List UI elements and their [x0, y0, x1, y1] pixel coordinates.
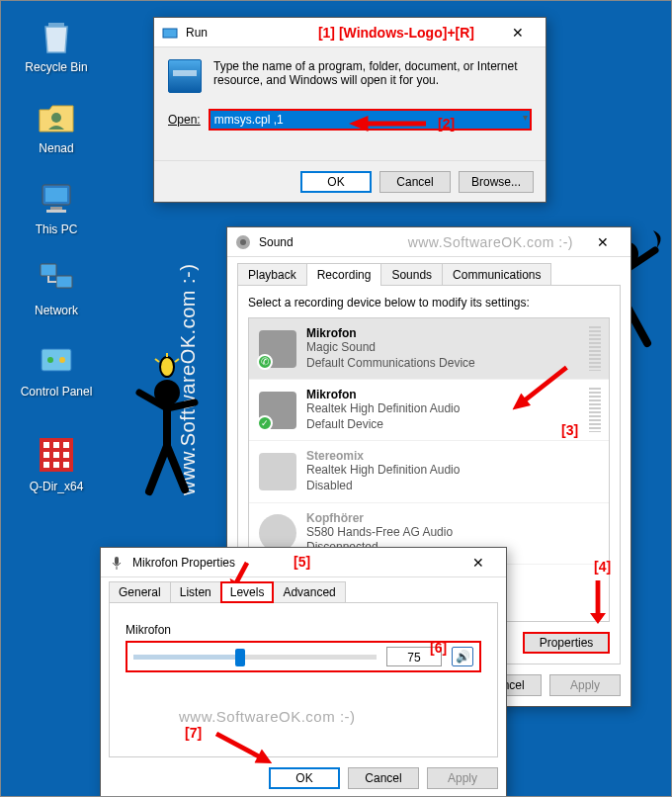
watermark-inline: www.SoftwareOK.com :-): [179, 708, 535, 725]
svg-rect-29: [163, 29, 177, 38]
qdir-icon: [36, 434, 77, 476]
props-tabs: General Listen Levels Advanced: [109, 581, 498, 603]
svg-rect-12: [43, 442, 49, 448]
svg-line-26: [175, 359, 179, 362]
watermark-vertical: www.SoftwareOK.com :-): [177, 264, 200, 495]
device-item[interactable]: ✓ MikrofonRealtek High Definition AudioD…: [249, 380, 609, 441]
run-browse-button[interactable]: Browse...: [459, 171, 534, 193]
svg-rect-19: [53, 462, 59, 468]
svg-rect-16: [53, 452, 59, 458]
desktop-icon-label: Control Panel: [19, 385, 94, 398]
desktop-icon-network[interactable]: Network: [19, 258, 94, 317]
device-status: Disabled: [306, 479, 460, 494]
sound-properties-button[interactable]: Properties: [523, 632, 610, 654]
desktop-icon-label: Q-Dir_x64: [19, 480, 94, 493]
desktop-icon-label: This PC: [19, 222, 94, 236]
sound-title: Sound: [259, 235, 408, 249]
svg-rect-7: [56, 276, 72, 288]
svg-rect-17: [63, 452, 69, 458]
tab-sounds[interactable]: Sounds: [380, 263, 443, 286]
decorative-figure-left: [122, 353, 207, 501]
tab-advanced[interactable]: Advanced: [273, 581, 345, 603]
props-apply-button[interactable]: Apply: [427, 767, 498, 789]
sound-apply-button[interactable]: Apply: [549, 674, 621, 696]
mic-level-value: 75: [386, 647, 442, 666]
run-description: Type the name of a program, folder, docu…: [213, 59, 532, 93]
mic-properties-dialog: Mikrofon Properties ✕ General Listen Lev…: [100, 547, 507, 797]
speaker-toggle-icon[interactable]: 🔊: [452, 647, 473, 666]
tab-levels[interactable]: Levels: [220, 581, 275, 603]
close-button[interactable]: ✕: [498, 19, 538, 46]
svg-point-10: [59, 357, 65, 363]
run-dialog: Run [1] [Windows-Logo]+[R] ✕ Type the na…: [153, 17, 546, 203]
microphone-icon: [109, 555, 125, 571]
chevron-down-icon[interactable]: ▾: [523, 112, 528, 123]
sound-hint: Select a recording device below to modif…: [248, 296, 610, 310]
svg-point-31: [240, 239, 246, 245]
svg-point-21: [154, 380, 180, 405]
svg-rect-4: [50, 207, 62, 210]
device-sub: Realtek High Definition Audio: [306, 463, 460, 479]
run-cancel-button[interactable]: Cancel: [379, 171, 451, 193]
svg-rect-14: [63, 442, 69, 448]
close-button[interactable]: ✕: [583, 228, 623, 256]
desktop-icon-label: Recycle Bin: [19, 60, 94, 74]
props-titlebar[interactable]: Mikrofon Properties ✕: [101, 548, 506, 577]
tab-recording[interactable]: Recording: [306, 263, 382, 286]
sound-titlebar[interactable]: Sound www.SoftwareOK.com :-) ✕: [227, 227, 630, 257]
level-meter: [589, 326, 601, 371]
desktop-icon-label: Nenad: [19, 141, 94, 155]
recycle-bin-icon: [36, 15, 77, 56]
microphone-icon: ✆: [259, 330, 296, 368]
desktop-icon-qdir[interactable]: Q-Dir_x64: [19, 434, 94, 493]
level-meter: [589, 388, 601, 432]
svg-rect-13: [53, 442, 59, 448]
desktop-icon-control-panel[interactable]: Control Panel: [19, 339, 94, 398]
check-badge-icon: ✓: [257, 415, 273, 431]
svg-rect-22: [163, 402, 171, 446]
device-sub: S580 Hands-Free AG Audio: [306, 525, 453, 541]
stereomix-icon: [259, 453, 296, 490]
tab-general[interactable]: General: [109, 581, 171, 603]
props-ok-button[interactable]: OK: [269, 767, 340, 789]
tab-playback[interactable]: Playback: [237, 263, 307, 286]
microphone-icon: ✓: [259, 392, 296, 429]
close-button[interactable]: ✕: [459, 549, 498, 576]
watermark-inline: www.SoftwareOK.com :-): [408, 234, 573, 250]
svg-rect-5: [46, 210, 66, 213]
run-open-combobox[interactable]: ▾: [209, 109, 532, 131]
device-status: Default Device: [306, 417, 460, 433]
device-item[interactable]: ✆ MikrofonMagic SoundDefault Communicati…: [249, 318, 609, 380]
svg-rect-18: [43, 462, 49, 468]
device-name: Mikrofon: [306, 388, 460, 401]
desktop-icon-this-pc[interactable]: This PC: [19, 177, 94, 236]
device-item[interactable]: StereomixRealtek High Definition AudioDi…: [249, 441, 609, 502]
svg-rect-32: [115, 557, 119, 565]
desktop-icon-user[interactable]: Nenad: [19, 96, 94, 155]
run-ok-button[interactable]: OK: [300, 171, 372, 193]
device-name: Stereomix: [306, 449, 460, 463]
network-icon: [36, 258, 77, 300]
desktop-icon-recycle-bin[interactable]: Recycle Bin: [19, 15, 94, 74]
svg-rect-15: [43, 452, 49, 458]
run-body-icon: [168, 59, 202, 93]
tab-communications[interactable]: Communications: [442, 263, 551, 286]
svg-rect-20: [63, 462, 69, 468]
phone-badge-icon: ✆: [257, 354, 273, 370]
device-name: Kopfhörer: [306, 511, 453, 525]
run-title-icon: [162, 25, 178, 41]
run-titlebar[interactable]: Run [1] [Windows-Logo]+[R] ✕: [154, 18, 546, 47]
device-sub: Realtek High Definition Audio: [306, 401, 460, 417]
mic-level-slider[interactable]: [133, 655, 377, 660]
tab-listen[interactable]: Listen: [170, 581, 221, 603]
props-cancel-button[interactable]: Cancel: [348, 767, 419, 789]
slider-label: Mikrofon: [126, 623, 481, 637]
svg-point-9: [47, 357, 53, 363]
desktop-icon-label: Network: [19, 304, 94, 317]
annotation-1: [1] [Windows-Logo]+[R]: [318, 25, 474, 41]
run-open-label: Open:: [168, 113, 201, 127]
device-status: Default Communications Device: [306, 356, 475, 372]
svg-point-23: [160, 357, 174, 377]
run-open-input[interactable]: [209, 109, 532, 131]
svg-rect-6: [41, 264, 56, 276]
